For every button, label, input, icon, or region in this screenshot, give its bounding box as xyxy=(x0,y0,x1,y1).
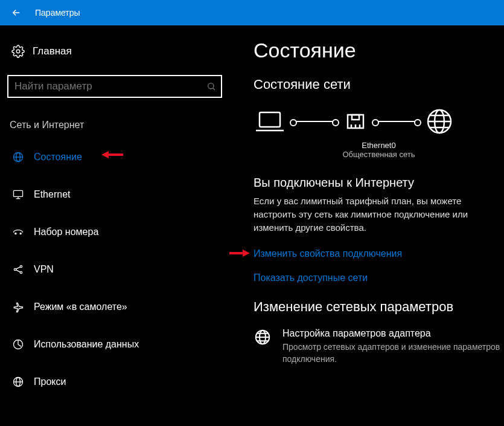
svg-line-2 xyxy=(213,88,215,90)
annotation-arrow-icon xyxy=(229,247,250,259)
search-wrap xyxy=(7,75,222,98)
adapter-settings-desc: Просмотр сетевых адаптеров и изменение п… xyxy=(282,341,504,365)
content: Состояние Состояние сети Ethernet0 Общес… xyxy=(229,25,504,426)
annotation-arrow-icon xyxy=(101,149,123,161)
dialup-icon xyxy=(10,226,27,238)
svg-point-13 xyxy=(14,268,16,270)
globe-icon xyxy=(10,376,27,388)
svg-rect-25 xyxy=(352,115,359,120)
sidebar-item-dialup[interactable]: Набор номера xyxy=(5,219,225,245)
sidebar-item-label: Прокси xyxy=(34,376,66,387)
home-label: Главная xyxy=(33,45,72,57)
sidebar-item-proxy[interactable]: Прокси xyxy=(5,369,225,395)
sidebar-item-datausage[interactable]: Использование данных xyxy=(5,331,225,358)
data-usage-icon xyxy=(10,338,27,350)
ethernet-icon xyxy=(343,109,368,134)
svg-rect-22 xyxy=(260,112,280,127)
network-name: Ethernet0 xyxy=(254,141,504,150)
vpn-icon xyxy=(10,263,27,276)
sidebar-item-vpn[interactable]: VPN xyxy=(5,256,225,283)
laptop-icon xyxy=(254,109,286,134)
svg-point-15 xyxy=(20,271,22,273)
svg-point-0 xyxy=(16,50,20,53)
network-label: Ethernet0 Общественная сеть xyxy=(254,141,504,159)
connector-line xyxy=(375,121,418,122)
svg-rect-8 xyxy=(14,190,23,196)
sidebar-item-status[interactable]: Состояние xyxy=(5,144,225,170)
monitor-icon xyxy=(10,189,27,201)
sidebar: Главная Сеть и Интернет Состояние Ethern… xyxy=(0,25,229,426)
sidebar-item-label: Использование данных xyxy=(34,339,139,350)
svg-point-1 xyxy=(208,83,214,89)
svg-point-14 xyxy=(20,265,22,267)
sidebar-item-label: VPN xyxy=(34,264,54,275)
search-input[interactable] xyxy=(7,75,222,98)
adapter-settings-title: Настройка параметров адаптера xyxy=(282,328,504,339)
back-button[interactable] xyxy=(7,4,25,22)
svg-line-17 xyxy=(16,270,21,272)
show-available-networks-link[interactable]: Показать доступные сети xyxy=(254,273,504,283)
svg-line-16 xyxy=(16,267,21,269)
connected-text: Если у вас лимитный тарифный план, вы мо… xyxy=(254,195,504,234)
change-network-settings-title: Изменение сетевых параметров xyxy=(254,299,504,315)
gear-icon xyxy=(10,45,27,58)
home-button[interactable]: Главная xyxy=(5,41,225,62)
sidebar-item-ethernet[interactable]: Ethernet xyxy=(5,181,225,208)
connected-title: Вы подключены к Интернету xyxy=(254,176,504,190)
section-title: Состояние сети xyxy=(254,77,504,92)
network-diagram xyxy=(254,103,504,141)
globe-icon xyxy=(254,328,272,346)
svg-point-11 xyxy=(15,233,16,234)
search-icon xyxy=(206,82,216,91)
sidebar-item-label: Режим «в самолете» xyxy=(34,302,127,312)
globe-icon xyxy=(10,151,27,163)
sidebar-item-label: Набор номера xyxy=(34,227,98,237)
titlebar: Параметры xyxy=(0,0,504,25)
sidebar-item-label: Ethernet xyxy=(34,189,70,200)
sidebar-category: Сеть и Интернет xyxy=(5,117,225,133)
network-type: Общественная сеть xyxy=(254,150,504,159)
sidebar-item-label: Состояние xyxy=(34,152,82,163)
svg-point-12 xyxy=(20,233,21,234)
globe-icon xyxy=(425,107,454,136)
svg-marker-7 xyxy=(101,151,109,158)
connector-line xyxy=(293,121,336,122)
svg-marker-35 xyxy=(243,250,250,257)
page-title: Состояние xyxy=(254,39,504,62)
sidebar-item-airplane[interactable]: Режим «в самолете» xyxy=(5,294,225,320)
airplane-icon xyxy=(10,301,27,313)
adapter-settings-button[interactable]: Настройка параметров адаптера Просмотр с… xyxy=(254,328,504,365)
change-connection-properties-link[interactable]: Изменить свойства подключения xyxy=(254,248,504,259)
window-title: Параметры xyxy=(35,8,80,18)
